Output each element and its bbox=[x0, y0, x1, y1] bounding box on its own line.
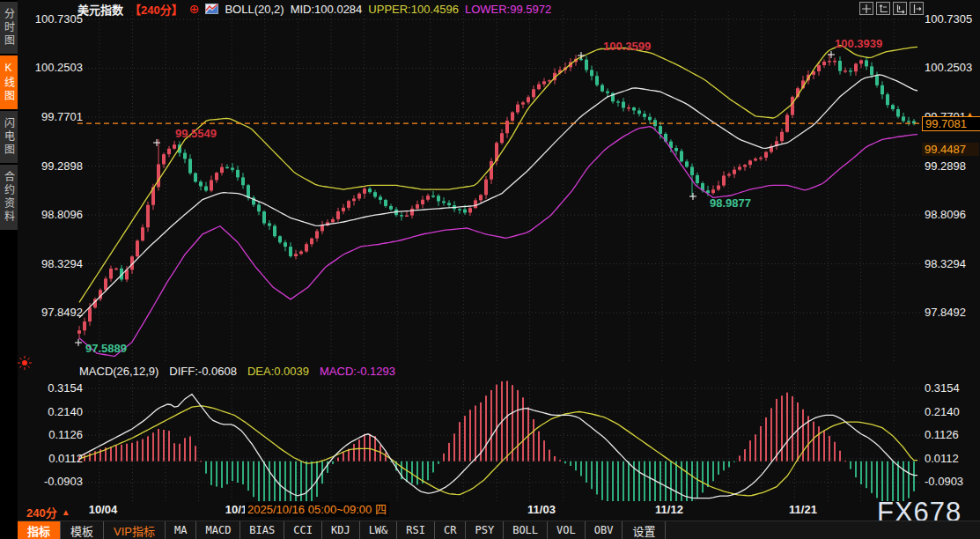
y-axis-label: 100.2503 bbox=[21, 61, 83, 75]
boll-mid-value: MID:100.0284 bbox=[291, 3, 363, 16]
toolbar-item-MACD[interactable]: MACD bbox=[196, 521, 240, 539]
svg-text:100.3599: 100.3599 bbox=[603, 40, 651, 53]
svg-text:100.3939: 100.3939 bbox=[835, 37, 882, 50]
chart-canvas[interactable]: 99.5549100.3599100.393998.987797.5889 bbox=[0, 0, 980, 539]
x-axis-label: 11/03 bbox=[527, 503, 556, 516]
add-indicator-icon[interactable]: ⊕ bbox=[189, 3, 200, 15]
toolbar-item-CCI[interactable]: CCI bbox=[284, 521, 322, 539]
toolbar-item-CR[interactable]: CR bbox=[435, 521, 466, 539]
crosshair-icon[interactable] bbox=[859, 2, 873, 15]
x-axis-label: 11/12 bbox=[655, 503, 683, 516]
y-axis-label: 0.0112 bbox=[925, 452, 959, 466]
y-axis-label: 100.7305 bbox=[925, 12, 972, 26]
y-axis-label: 0.1126 bbox=[925, 428, 959, 442]
y-axis-label: 0.0112 bbox=[21, 452, 83, 466]
svg-text:98.9877: 98.9877 bbox=[710, 196, 751, 210]
y-axis-label: 0.2140 bbox=[21, 405, 83, 419]
macd-header: MACD(26,12,9) DIFF:-0.0608 DEA:0.0039 MA… bbox=[79, 365, 395, 378]
toolbar-item-KDJ[interactable]: KDJ bbox=[322, 521, 360, 539]
toolbar-item-LW&[interactable]: LW& bbox=[360, 521, 398, 539]
svg-text:99.5549: 99.5549 bbox=[175, 127, 217, 140]
y-axis-label: 98.3294 bbox=[925, 257, 966, 271]
chart-app-window: 99.5549100.3599100.393998.987797.5889 分时… bbox=[0, 0, 980, 539]
sidebar-tab-2[interactable]: K线图 bbox=[0, 55, 18, 109]
y-axis-label: 99.7701 bbox=[21, 110, 83, 124]
toolbar-item-MA[interactable]: MA bbox=[166, 521, 196, 539]
y-axis-label: 99.2898 bbox=[925, 159, 966, 174]
sidebar-tab-3[interactable]: 闪电图 bbox=[0, 111, 18, 163]
period-arrow-icon: ▲ bbox=[62, 507, 70, 517]
symbol-name: 美元指数 bbox=[77, 1, 123, 18]
y-axis-label: 0.3154 bbox=[925, 381, 960, 395]
macd-diff-value: DIFF:-0.0608 bbox=[169, 365, 237, 378]
chart-header: 美元指数 【240分】 ⊕ BOLL(20,2) MID:100.0284 UP… bbox=[77, 1, 551, 17]
chart-tool-icons bbox=[859, 2, 924, 15]
toolbar-item-BIAS[interactable]: BIAS bbox=[240, 521, 284, 539]
x-axis-label: 10/04 bbox=[89, 503, 118, 516]
indicator-toolbar: 指标模板VIP指标MAMACDBIASCCIKDJLW&RSICRPSYBOLL… bbox=[18, 521, 980, 539]
toolbar-item-设置[interactable]: 设置 bbox=[623, 521, 666, 539]
toolbar-item-模板[interactable]: 模板 bbox=[61, 521, 104, 539]
toolbar-item-VIP指标[interactable]: VIP指标 bbox=[104, 521, 166, 539]
bar-time-tooltip: 2025/10/16 05:00~09:00 四 bbox=[245, 502, 389, 517]
pan-right-icon[interactable] bbox=[910, 2, 924, 15]
boll-upper-value: UPPER:100.4596 bbox=[368, 3, 459, 16]
toolbar-item-PSY[interactable]: PSY bbox=[466, 521, 504, 539]
y-axis-label: 0.3154 bbox=[21, 381, 83, 395]
y-axis-label: 99.2898 bbox=[21, 159, 83, 174]
svg-text:97.5889: 97.5889 bbox=[85, 342, 127, 355]
macd-dea-value: DEA:0.0039 bbox=[247, 365, 309, 378]
y-axis-scale-icon[interactable] bbox=[876, 2, 890, 15]
boll-lower-value: LOWER:99.5972 bbox=[465, 3, 551, 16]
toolbar-item-VOL[interactable]: VOL bbox=[548, 521, 586, 539]
period-badge[interactable]: 【240分】 bbox=[129, 1, 183, 18]
sidebar-tab-4[interactable]: 合约资料 bbox=[0, 165, 18, 230]
boll-label: BOLL(20,2) bbox=[225, 3, 284, 16]
x-axis-scale-icon[interactable] bbox=[893, 2, 907, 15]
toolbar-item-RSI[interactable]: RSI bbox=[397, 521, 435, 539]
y-axis-label: -0.0903 bbox=[21, 475, 83, 489]
y-axis-label: 98.8096 bbox=[925, 208, 966, 222]
toolbar-item-指标[interactable]: 指标 bbox=[18, 521, 61, 539]
toolbar-item-BOLL[interactable]: BOLL bbox=[504, 521, 548, 539]
toolbar-item-OBV[interactable]: OBV bbox=[586, 521, 623, 539]
y-axis-label: 100.2503 bbox=[925, 61, 972, 75]
y-axis-label: 100.7305 bbox=[21, 12, 83, 26]
y-axis-label: 98.3294 bbox=[21, 257, 83, 271]
macd-macd-value: MACD:-0.1293 bbox=[320, 365, 395, 378]
sidebar-tab-1[interactable]: 分时图 bbox=[0, 2, 18, 54]
y-axis-label: -0.0903 bbox=[925, 475, 963, 489]
y-axis-label: 0.1126 bbox=[21, 428, 83, 442]
secondary-price-box: 99.4487 bbox=[922, 143, 979, 156]
x-axis-label: 11/21 bbox=[789, 503, 817, 516]
y-axis-label: 0.2140 bbox=[925, 405, 960, 419]
macd-title: MACD(26,12,9) bbox=[79, 365, 158, 378]
y-axis-label: 98.8096 bbox=[21, 208, 83, 222]
current-price-box: 99.7081 bbox=[922, 116, 980, 131]
y-axis-label: 97.8492 bbox=[21, 306, 83, 320]
left-sidebar: 分时图K线图闪电图合约资料 bbox=[0, 0, 18, 539]
period-selector[interactable]: 240分 ▲ bbox=[26, 504, 70, 521]
y-axis-label: 97.8492 bbox=[925, 306, 966, 320]
mini-chart-icon bbox=[205, 4, 218, 14]
period-label: 240分 bbox=[26, 504, 57, 521]
